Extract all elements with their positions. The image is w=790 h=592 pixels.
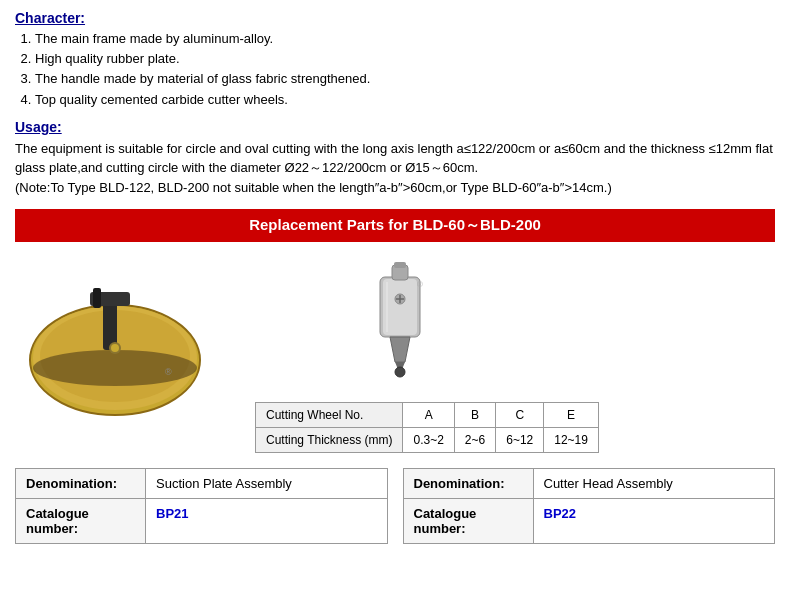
left-denomination-value: Suction Plate Assembly [146, 469, 388, 499]
col-e-header: E [544, 403, 599, 428]
left-catalogue-value: BP21 [146, 499, 388, 544]
parts-container: ® ® [15, 257, 775, 453]
thickness-c: 6~12 [496, 428, 544, 453]
right-catalogue-value: BP22 [533, 499, 775, 544]
right-info-table: Denomination: Cutter Head Assembly Catal… [403, 468, 776, 544]
left-denomination-label: Denomination: [16, 469, 146, 499]
col-c-header: C [496, 403, 544, 428]
svg-text:®: ® [417, 280, 423, 289]
col-a-header: A [403, 403, 454, 428]
cutting-wheel-header: Cutting Wheel No. [256, 403, 403, 428]
usage-section: Usage: The equipment is suitable for cir… [15, 119, 775, 198]
svg-point-8 [111, 344, 119, 352]
char-item-2: High quality rubber plate. [35, 50, 775, 68]
cutter-head-image: ® [335, 257, 465, 387]
right-catalogue-label: Catalogue number: [403, 499, 533, 544]
character-section: Character: The main frame made by alumin… [15, 10, 775, 109]
bp21-link[interactable]: BP21 [156, 506, 189, 521]
usage-text-1: The equipment is suitable for circle and… [15, 139, 775, 178]
col-b-header: B [454, 403, 495, 428]
char-item-1: The main frame made by aluminum-alloy. [35, 30, 775, 48]
svg-rect-6 [93, 288, 101, 308]
replacement-parts-banner: Replacement Parts for BLD-60～BLD-200 [15, 209, 775, 242]
left-info-table: Denomination: Suction Plate Assembly Cat… [15, 468, 388, 544]
cutting-wheel-table: Cutting Wheel No. A B C E Cutting Thickn… [255, 402, 599, 453]
thickness-e: 12~19 [544, 428, 599, 453]
cutting-thickness-label: Cutting Thickness (mm) [256, 428, 403, 453]
suction-plate-image: ® [15, 257, 215, 417]
suction-plate-svg: ® [15, 250, 215, 425]
char-item-3: The handle made by material of glass fab… [35, 70, 775, 88]
cutter-head-svg: ® [335, 257, 465, 387]
svg-rect-11 [383, 279, 417, 335]
left-catalogue-label: Catalogue number: [16, 499, 146, 544]
usage-text-2: (Note:To Type BLD-122, BLD-200 not suita… [15, 178, 775, 198]
char-item-4: Top quality cemented carbide cutter whee… [35, 91, 775, 109]
svg-point-19 [395, 367, 405, 377]
usage-title: Usage: [15, 119, 775, 135]
thickness-a: 0.3~2 [403, 428, 454, 453]
svg-marker-17 [390, 337, 410, 362]
cutter-head-section: ® Cutting Wheel No. A B C E Cutting Thic… [255, 257, 775, 453]
bottom-tables: Denomination: Suction Plate Assembly Cat… [15, 468, 775, 544]
character-title: Character: [15, 10, 775, 26]
thickness-b: 2~6 [454, 428, 495, 453]
svg-text:®: ® [165, 367, 172, 377]
svg-rect-13 [394, 262, 406, 268]
svg-point-3 [33, 350, 197, 386]
right-denomination-label: Denomination: [403, 469, 533, 499]
bp22-link[interactable]: BP22 [544, 506, 577, 521]
right-denomination-value: Cutter Head Assembly [533, 469, 775, 499]
character-list: The main frame made by aluminum-alloy. H… [15, 30, 775, 109]
suction-plate-section: ® [15, 257, 235, 422]
